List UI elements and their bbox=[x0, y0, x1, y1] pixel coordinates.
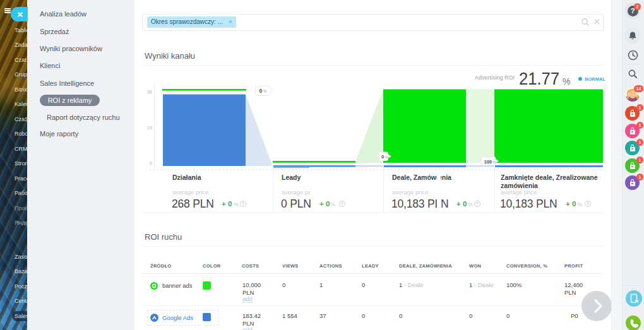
svg-text:%: % bbox=[263, 89, 267, 93]
svg-text:NORMAL: NORMAL bbox=[585, 76, 605, 82]
svg-text:%: % bbox=[385, 155, 389, 159]
svg-text:0: 0 bbox=[381, 154, 384, 160]
svg-text:0: 0 bbox=[259, 88, 263, 94]
svg-text:0: 0 bbox=[150, 160, 152, 166]
svg-text:%: % bbox=[492, 160, 496, 164]
svg-text:21.77: 21.77 bbox=[519, 69, 559, 88]
svg-text:19: 19 bbox=[147, 125, 152, 131]
svg-text:%: % bbox=[563, 76, 570, 86]
svg-text:Advertising ROI: Advertising ROI bbox=[475, 74, 515, 81]
svg-text:38: 38 bbox=[147, 89, 152, 95]
svg-text:100: 100 bbox=[484, 159, 492, 165]
